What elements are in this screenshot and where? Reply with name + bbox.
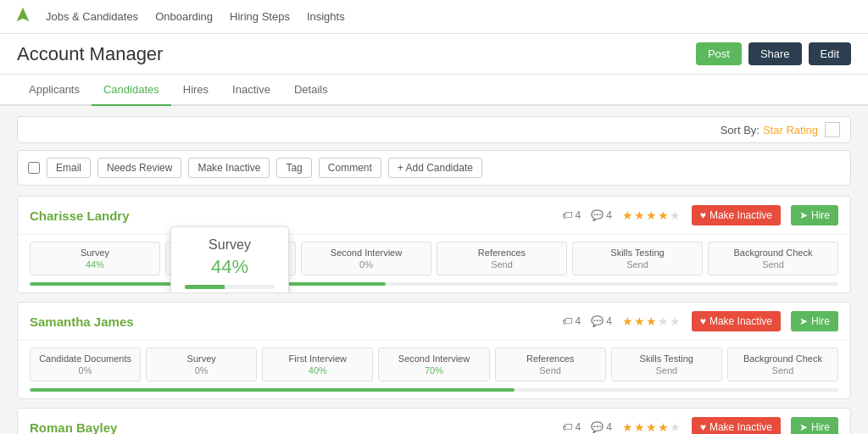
comment-button[interactable]: Comment — [319, 158, 381, 178]
step-second-interview-1[interactable]: Second Interview 70% — [378, 348, 489, 381]
tag-button[interactable]: Tag — [276, 158, 311, 178]
candidate-name-1[interactable]: Samantha James — [30, 314, 134, 329]
step-background-0[interactable]: Background Check Send — [708, 242, 838, 275]
hire-icon-0: ➤ — [799, 209, 808, 221]
step-references-0[interactable]: References Send — [437, 242, 567, 275]
inactive-icon-1: ♥ — [700, 315, 706, 327]
step-references-1[interactable]: References Send — [495, 348, 606, 381]
page-header: Account Manager Post Share Edit — [0, 34, 868, 75]
step-skills-1[interactable]: Skills Testing Send — [611, 348, 722, 381]
tooltip-pct: 44% — [185, 256, 275, 278]
inactive-icon-2: ♥ — [700, 421, 706, 433]
candidate-card-2: Roman Bayley 🏷 4 💬 4 ★★★★★ ♥ Make Inacti… — [17, 408, 851, 434]
email-button[interactable]: Email — [47, 158, 91, 178]
survey-tooltip: Survey 44% — [170, 226, 289, 293]
candidate-header-0: Charisse Landry 🏷 4 💬 4 ★★★★★ ♥ Make Ina… — [18, 197, 850, 235]
hire-btn-2[interactable]: ➤ Hire — [791, 417, 838, 434]
share-button[interactable]: Share — [748, 42, 802, 65]
comment-icon-0: 💬 — [591, 209, 604, 221]
star-rating-2[interactable]: ★★★★★ — [622, 420, 682, 434]
header-actions: Post Share Edit — [696, 42, 851, 65]
candidate-meta-1: 🏷 4 💬 4 ★★★★★ ♥ Make Inactive ➤ Hire — [562, 311, 838, 331]
needs-review-button[interactable]: Needs Review — [97, 158, 181, 178]
tooltip-bar-fill — [185, 285, 225, 289]
tabs-bar: Applicants Candidates Hires Inactive Det… — [0, 75, 868, 106]
make-inactive-btn-1[interactable]: ♥ Make Inactive — [692, 311, 781, 331]
comment-icon-2: 💬 — [591, 421, 604, 433]
tab-details[interactable]: Details — [282, 75, 340, 106]
star-rating-1[interactable]: ★★★★★ — [622, 314, 682, 328]
hire-btn-0[interactable]: ➤ Hire — [791, 205, 838, 225]
edit-button[interactable]: Edit — [809, 42, 851, 65]
step-background-1[interactable]: Background Check Send — [727, 348, 838, 381]
comment-count-2: 💬 4 — [591, 421, 612, 433]
select-all-checkbox[interactable] — [28, 162, 40, 174]
hire-icon-2: ➤ — [799, 421, 808, 433]
make-inactive-btn-0[interactable]: ♥ Make Inactive — [692, 205, 781, 225]
logo — [14, 6, 32, 27]
inactive-icon-0: ♥ — [700, 209, 706, 221]
page-title: Account Manager — [17, 43, 163, 65]
add-candidate-button[interactable]: + Add Candidate — [388, 158, 482, 178]
tag-icon-1: 🏷 — [562, 315, 572, 327]
svg-marker-0 — [17, 8, 30, 22]
action-bar: Email Needs Review Make Inactive Tag Com… — [17, 150, 851, 186]
comment-count-1: 💬 4 — [591, 315, 612, 327]
nav-links: Jobs & Candidates Onboarding Hiring Step… — [46, 10, 345, 23]
step-docs-1[interactable]: Candidate Documents 0% — [30, 348, 141, 381]
nav-insights[interactable]: Insights — [307, 10, 345, 23]
candidate-card-0: Charisse Landry 🏷 4 💬 4 ★★★★★ ♥ Make Ina… — [17, 196, 851, 293]
tab-inactive[interactable]: Inactive — [220, 75, 282, 106]
tab-applicants[interactable]: Applicants — [17, 75, 92, 106]
make-inactive-btn-2[interactable]: ♥ Make Inactive — [692, 417, 781, 434]
candidate-meta-0: 🏷 4 💬 4 ★★★★★ ♥ Make Inactive ➤ Hire — [562, 205, 838, 225]
step-skills-0[interactable]: Skills Testing Send — [572, 242, 703, 275]
make-inactive-button[interactable]: Make Inactive — [188, 158, 270, 178]
progress-bar-fill-1 — [30, 388, 515, 392]
candidate-header-2: Roman Bayley 🏷 4 💬 4 ★★★★★ ♥ Make Inacti… — [18, 409, 850, 434]
tab-hires[interactable]: Hires — [171, 75, 220, 106]
sort-icon[interactable] — [825, 122, 840, 137]
progress-bar-0 — [30, 282, 838, 286]
progress-bar-1 — [30, 388, 838, 392]
tooltip-bar — [185, 285, 275, 289]
candidate-card-1: Samantha James 🏷 4 💬 4 ★★★★★ ♥ Make Inac… — [17, 302, 851, 399]
pipeline-1: Candidate Documents 0% Survey 0% First I… — [18, 341, 850, 388]
sort-label: Sort By: — [721, 124, 760, 136]
step-second-interview-0[interactable]: Second Interview 0% — [301, 242, 431, 275]
top-nav: Jobs & Candidates Onboarding Hiring Step… — [0, 0, 868, 34]
candidate-name-2[interactable]: Roman Bayley — [30, 420, 117, 435]
tag-icon-0: 🏷 — [562, 209, 572, 221]
candidate-meta-2: 🏷 4 💬 4 ★★★★★ ♥ Make Inactive ➤ Hire — [562, 417, 838, 434]
tag-count-0: 🏷 4 — [562, 209, 581, 221]
nav-jobs-candidates[interactable]: Jobs & Candidates — [46, 10, 138, 23]
content-area: Sort By: Star Rating Email Needs Review … — [0, 106, 868, 434]
step-survey-1[interactable]: Survey 0% — [146, 348, 257, 381]
comment-count-0: 💬 4 — [591, 209, 612, 221]
hire-btn-1[interactable]: ➤ Hire — [791, 311, 838, 331]
pipeline-0: Survey 44% Survey 44% First Interview 0%… — [18, 235, 850, 282]
post-button[interactable]: Post — [696, 42, 742, 65]
star-rating-0[interactable]: ★★★★★ — [622, 209, 682, 222]
tag-count-2: 🏷 4 — [562, 421, 581, 433]
nav-onboarding[interactable]: Onboarding — [155, 10, 213, 23]
tooltip-title: Survey — [185, 237, 275, 253]
sort-bar: Sort By: Star Rating — [17, 116, 851, 143]
candidate-name-0[interactable]: Charisse Landry — [30, 209, 130, 223]
comment-icon-1: 💬 — [591, 315, 604, 327]
step-first-interview-1[interactable]: First Interview 40% — [262, 348, 373, 381]
tag-icon-2: 🏷 — [562, 421, 572, 433]
step-survey-0[interactable]: Survey 44% — [30, 242, 160, 275]
tag-count-1: 🏷 4 — [562, 315, 581, 327]
candidate-header-1: Samantha James 🏷 4 💬 4 ★★★★★ ♥ Make Inac… — [18, 303, 850, 341]
sort-value[interactable]: Star Rating — [763, 124, 818, 136]
nav-hiring-steps[interactable]: Hiring Steps — [230, 10, 290, 23]
hire-icon-1: ➤ — [799, 315, 808, 327]
tab-candidates[interactable]: Candidates — [92, 75, 171, 106]
